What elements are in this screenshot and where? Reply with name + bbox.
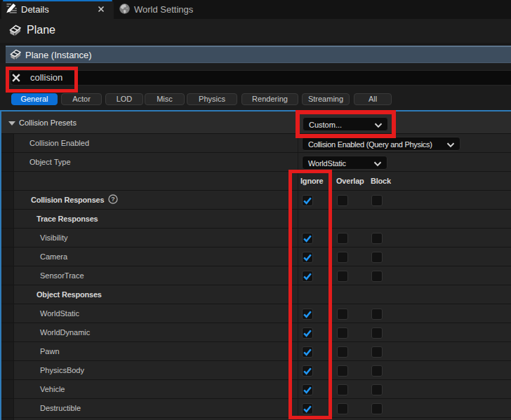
- svg-text:?: ?: [111, 196, 115, 203]
